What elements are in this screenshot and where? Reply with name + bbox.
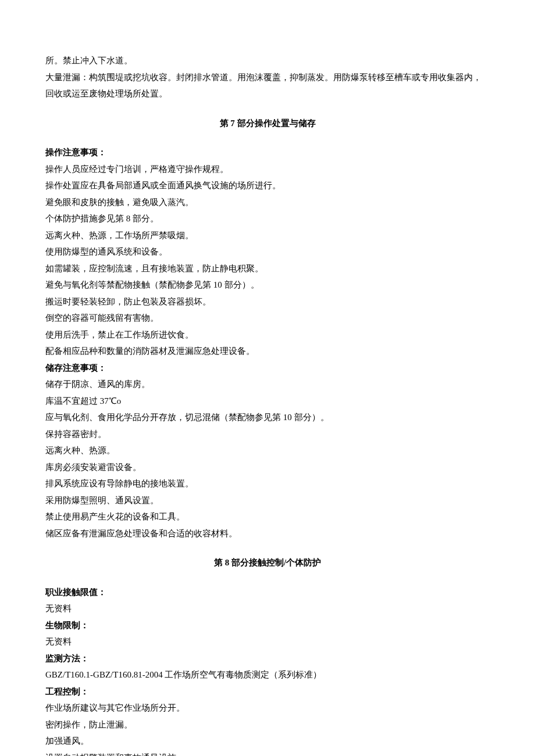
section-7-heading: 第 7 部分操作处置与储存: [45, 115, 490, 132]
operation-item: 使用防爆型的通风系统和设备。: [45, 243, 490, 260]
engineering-control-label: 工程控制：: [45, 683, 490, 700]
intro-line-1: 所。禁止冲入下水道。: [45, 52, 490, 69]
storage-item: 排风系统应设有导除静电的接地装置。: [45, 475, 490, 492]
intro-line-2: 大量泄漏：构筑围堤或挖坑收容。封闭排水管道。用泡沫覆盖，抑制蒸发。用防爆泵转移至…: [45, 69, 490, 102]
storage-precautions-label: 储存注意事项：: [45, 360, 490, 377]
operation-item: 如需罐装，应控制流速，且有接地装置，防止静电积聚。: [45, 260, 490, 277]
occupational-exposure-label: 职业接触限值：: [45, 584, 490, 601]
operation-item: 操作处置应在具备局部通风或全面通风换气设施的场所进行。: [45, 177, 490, 194]
monitoring-method-value: GBZ/T160.1-GBZ/T160.81-2004 工作场所空气有毒物质测定…: [45, 667, 490, 683]
operation-item: 使用后洗手，禁止在工作场所进饮食。: [45, 327, 490, 343]
operation-item: 操作人员应经过专门培训，严格遵守操作规程。: [45, 161, 490, 178]
engineering-item: 设置自动报警装置和事故通风设施。: [45, 750, 490, 757]
biological-limit-label: 生物限制：: [45, 617, 490, 634]
storage-item: 远离火种、热源。: [45, 442, 490, 459]
operation-item: 避免与氧化剂等禁配物接触（禁配物参见第 10 部分）。: [45, 277, 490, 293]
operation-item: 避免眼和皮肤的接触，避免吸入蒸汽。: [45, 194, 490, 211]
operation-item: 搬运时要轻装轻卸，防止包装及容器损坏。: [45, 293, 490, 310]
engineering-item: 密闭操作，防止泄漏。: [45, 716, 490, 733]
engineering-item: 作业场所建议与其它作业场所分开。: [45, 700, 490, 716]
operation-precautions-label: 操作注意事项：: [45, 144, 490, 161]
operation-item: 倒空的容器可能残留有害物。: [45, 310, 490, 327]
storage-item: 禁止使用易产生火花的设备和工具。: [45, 508, 490, 525]
occupational-exposure-value: 无资料: [45, 600, 490, 617]
storage-item: 储区应备有泄漏应急处理设备和合适的收容材料。: [45, 525, 490, 542]
engineering-item: 加强通风。: [45, 733, 490, 750]
operation-item: 配备相应品种和数量的消防器材及泄漏应急处理设备。: [45, 343, 490, 360]
storage-item: 保持容器密封。: [45, 426, 490, 443]
operation-item: 个体防护措施参见第 8 部分。: [45, 210, 490, 227]
operation-item: 远离火种、热源，工作场所严禁吸烟。: [45, 227, 490, 244]
storage-item: 库房必须安装避雷设备。: [45, 459, 490, 476]
monitoring-method-label: 监测方法：: [45, 650, 490, 667]
storage-item: 储存于阴凉、通风的库房。: [45, 376, 490, 393]
storage-item: 应与氧化剂、食用化学品分开存放，切忌混储（禁配物参见第 10 部分）。: [45, 409, 490, 426]
section-8-heading: 第 8 部分接触控制/个体防护: [45, 554, 490, 571]
storage-item: 采用防爆型照明、通风设置。: [45, 492, 490, 509]
biological-limit-value: 无资料: [45, 633, 490, 650]
storage-item: 库温不宜超过 37℃o: [45, 393, 490, 410]
